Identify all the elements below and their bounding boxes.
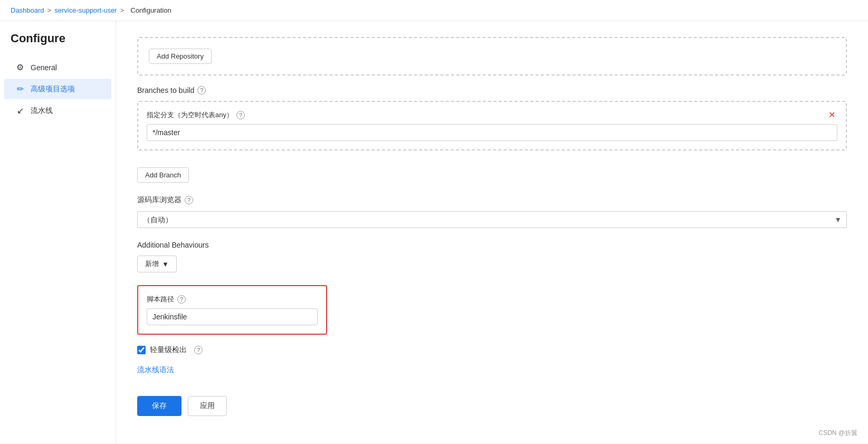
script-path-section: 脚本路径 ? xyxy=(137,285,327,335)
repository-section: Add Repository xyxy=(137,37,847,75)
main-content: Add Repository Branches to build ? 指定分支（… xyxy=(116,21,868,443)
lightweight-checkout-row: 轻量级检出 ? xyxy=(137,345,847,355)
lightweight-checkout-help-icon[interactable]: ? xyxy=(194,346,203,354)
source-browser-select[interactable]: （自动） xyxy=(137,211,847,228)
additional-behaviours-label: Additional Behaviours xyxy=(137,241,847,249)
branches-dashed-box: 指定分支（为空时代表any） ? ✕ xyxy=(137,101,847,150)
watermark: CSDN @折翼 xyxy=(818,429,857,438)
footer-buttons: 保存 应用 xyxy=(137,391,847,416)
pipeline-icon: ↙ xyxy=(15,106,25,116)
script-path-help-icon[interactable]: ? xyxy=(177,295,186,304)
sidebar-item-general[interactable]: ⚙ General xyxy=(4,57,111,78)
sidebar-item-advanced-label: 高级项目选项 xyxy=(31,84,75,94)
sidebar: Configure ⚙ General ✏ 高级项目选项 ↙ 流水线 xyxy=(0,21,116,443)
sidebar-item-advanced[interactable]: ✏ 高级项目选项 xyxy=(4,79,111,99)
script-path-input[interactable] xyxy=(147,308,318,325)
branches-help-icon[interactable]: ? xyxy=(197,86,206,95)
branch-specifier-help-icon[interactable]: ? xyxy=(236,111,245,119)
sidebar-item-pipeline-label: 流水线 xyxy=(31,106,53,116)
script-path-label-row: 脚本路径 ? xyxy=(147,295,318,304)
source-browser-section: 源码库浏览器 ? （自动） ▼ xyxy=(137,195,847,228)
add-new-button[interactable]: 新增 ▼ xyxy=(137,256,177,272)
additional-behaviours-section: Additional Behaviours 新增 ▼ xyxy=(137,241,847,272)
pencil-icon: ✏ xyxy=(15,84,25,94)
source-browser-select-wrapper: （自动） ▼ xyxy=(137,211,847,228)
branch-specifier-label-row: 指定分支（为空时代表any） ? ✕ xyxy=(147,110,837,120)
add-repository-button[interactable]: Add Repository xyxy=(149,49,212,64)
branches-section: Branches to build ? 指定分支（为空时代表any） ? ✕ A… xyxy=(137,86,847,183)
breadcrumb-current: Configuration xyxy=(130,6,171,14)
pipeline-syntax-link[interactable]: 流水线语法 xyxy=(137,365,847,375)
breadcrumb-project[interactable]: service-support-user xyxy=(54,6,117,14)
sidebar-title: Configure xyxy=(0,32,116,56)
dropdown-arrow-icon: ▼ xyxy=(162,260,169,268)
branch-specifier-label: 指定分支（为空时代表any） xyxy=(147,110,233,120)
branches-label: Branches to build ? xyxy=(137,86,847,95)
lightweight-checkout-checkbox[interactable] xyxy=(137,346,146,354)
sidebar-item-pipeline[interactable]: ↙ 流水线 xyxy=(4,100,111,121)
breadcrumb: Dashboard > service-support-user > Confi… xyxy=(0,0,868,21)
gear-icon: ⚙ xyxy=(15,62,25,72)
branch-specifier-close-button[interactable]: ✕ xyxy=(826,111,837,119)
save-button[interactable]: 保存 xyxy=(137,396,182,416)
sidebar-item-general-label: General xyxy=(31,63,57,72)
source-browser-help-icon[interactable]: ? xyxy=(185,196,193,204)
breadcrumb-dashboard[interactable]: Dashboard xyxy=(11,6,44,14)
add-branch-button[interactable]: Add Branch xyxy=(137,167,189,183)
branch-specifier-input[interactable] xyxy=(147,124,837,141)
script-path-label: 脚本路径 xyxy=(147,295,174,304)
add-new-label: 新增 xyxy=(145,259,159,269)
lightweight-checkout-label: 轻量级检出 xyxy=(150,345,187,355)
apply-button[interactable]: 应用 xyxy=(188,396,227,416)
source-browser-label: 源码库浏览器 xyxy=(137,195,182,205)
source-browser-label-row: 源码库浏览器 ? xyxy=(137,195,847,205)
